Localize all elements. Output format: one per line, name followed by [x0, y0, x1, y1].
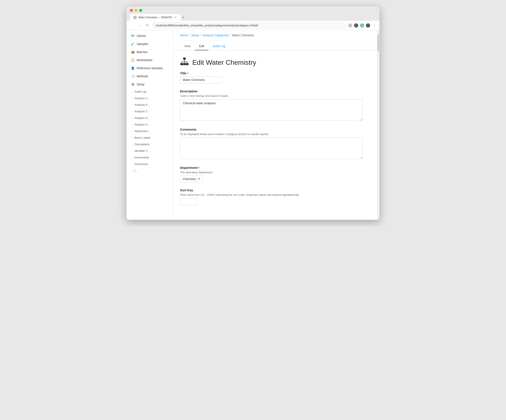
refresh-button[interactable]: ↻ — [145, 22, 150, 28]
breadcrumb-sep-3: / — [230, 34, 231, 37]
title-field: Title • — [180, 71, 373, 83]
sidebar-subitem-analysis-s2[interactable]: › Analysis S... — [126, 121, 173, 128]
sidebar-subitem-attachmen[interactable]: › Attachmen... — [126, 128, 173, 134]
department-field: Department • The laboratory department C… — [180, 166, 373, 183]
hierarchy-icon — [180, 57, 189, 68]
sidebar-label-samples: Samples — [137, 42, 148, 46]
comments-field: Comments To be displayed below each Anal… — [180, 128, 373, 160]
chevron-icon: › — [133, 130, 133, 133]
sort-key-label: Sort Key — [180, 188, 373, 192]
comments-label: Comments — [180, 128, 373, 131]
main-panel: Home / Setup / Analysis Categories / Wat… — [173, 30, 380, 220]
forward-button[interactable]: → — [138, 23, 143, 28]
sidebar-item-clients[interactable]: 🪪 Clients — [126, 32, 173, 40]
title-input[interactable] — [180, 76, 222, 83]
sidebar-subitem-instrument3[interactable]: › I... — [126, 167, 173, 174]
sidebar-item-methods[interactable]: 📑 Methods — [126, 72, 173, 80]
sidebar-label-batches: Batches — [137, 50, 147, 54]
subitem-label: Analysis S... — [134, 116, 150, 120]
url-input[interactable] — [152, 22, 346, 28]
sidebar-subitem-batch-labels[interactable]: › Batch Labels — [126, 134, 173, 141]
extension-icon-1[interactable]: ⬡ — [354, 23, 358, 27]
menu-icon[interactable]: ⋮ — [372, 23, 376, 27]
comments-textarea[interactable] — [180, 137, 363, 159]
chevron-icon: › — [133, 104, 133, 106]
breadcrumb-analysis-categories[interactable]: Analysis Categories — [202, 34, 229, 37]
description-field: Description Used in item listings and se… — [180, 89, 373, 122]
sort-key-hint: Float value from 0.0 - 1000.0 indicating… — [180, 193, 373, 196]
bookmark-icon[interactable]: ☆ — [348, 23, 352, 27]
sidebar-subitem-analysis-s1[interactable]: › Analysis S... — [126, 115, 173, 121]
new-tab-button[interactable]: + — [181, 15, 186, 20]
back-button[interactable]: ← — [130, 23, 135, 28]
sidebar-item-samples[interactable]: 🧪 Samples — [126, 40, 173, 48]
extension-icon-2[interactable]: ↺ — [360, 23, 364, 27]
sidebar-label-reference-samples: Reference Samples — [137, 67, 163, 70]
sort-key-field: Sort Key Float value from 0.0 - 1000.0 i… — [180, 188, 373, 205]
profile-icon[interactable]: 👤 — [366, 23, 370, 27]
sidebar-subitem-identifier-t[interactable]: › Identifier T... — [126, 148, 173, 154]
breadcrumb-setup[interactable]: Setup — [191, 34, 199, 37]
sidebar-subitem-analysis-t[interactable]: › Analysis T... — [126, 108, 173, 115]
page-heading: Edit Water Chemistry — [173, 50, 380, 71]
svg-rect-3 — [186, 63, 188, 65]
sidebar-subitem-instrument2[interactable]: › Instrument... — [126, 161, 173, 167]
worksheets-icon: 📋 — [131, 58, 134, 62]
chevron-icon: › — [133, 163, 133, 165]
chevron-icon: › — [133, 90, 133, 93]
chevron-icon: › — [133, 169, 133, 172]
breadcrumb-sep-1: / — [189, 34, 190, 37]
sidebar-subitem-calculations[interactable]: › Calculations — [126, 141, 173, 148]
tab-close-button[interactable]: ✕ — [174, 16, 177, 19]
tab-audit-log[interactable]: Audit Log — [208, 42, 229, 50]
breadcrumb-sep-2: / — [200, 34, 201, 37]
clients-icon: 🪪 — [131, 34, 134, 38]
department-hint: The laboratory department — [180, 171, 373, 174]
close-button[interactable] — [130, 9, 133, 12]
sidebar-subitem-audit-log[interactable]: › Audit Log — [126, 88, 173, 95]
comments-hint: To be displayed below each Analysis Cate… — [180, 133, 373, 136]
sidebar-item-worksheets[interactable]: 📋 Worksheets — [126, 56, 173, 64]
chevron-icon: › — [133, 110, 133, 113]
subitem-label: I... — [134, 169, 138, 172]
svg-rect-1 — [180, 63, 183, 65]
description-hint: Used in item listings and search results… — [180, 94, 373, 97]
chevron-icon: › — [133, 117, 133, 119]
description-label: Description — [180, 89, 373, 93]
sort-key-input[interactable] — [180, 198, 197, 205]
subitem-label: Calculations — [134, 143, 150, 146]
sidebar-label-clients: Clients — [137, 34, 146, 38]
methods-icon: 📑 — [131, 74, 134, 78]
chevron-icon: › — [133, 136, 133, 139]
tab-title: Water Chemistry — SENAITE — [138, 16, 172, 19]
sidebar-item-reference-samples[interactable]: 👤 Reference Samples — [126, 64, 173, 72]
browser-tab[interactable]: ⬡ Water Chemistry — SENAITE ✕ — [130, 14, 181, 21]
svg-rect-2 — [183, 63, 186, 65]
sidebar-item-setup[interactable]: ⚙️ Setup — [126, 80, 173, 88]
sidebar-label-methods: Methods — [137, 75, 148, 78]
page-tabs: View Edit Audit Log — [173, 41, 380, 50]
maximize-button[interactable] — [139, 9, 142, 12]
department-label: Department • — [180, 166, 373, 169]
address-bar: ← → ↻ ☆ ⬡ ↺ 👤 ⋮ — [126, 21, 380, 30]
sidebar-subitem-instruments[interactable]: › Instruments — [126, 154, 173, 161]
sidebar-item-batches[interactable]: 📦 Batches — [126, 48, 173, 56]
reference-samples-icon: 👤 — [131, 66, 134, 70]
subitem-label: Analysis P... — [134, 103, 149, 106]
breadcrumb-home[interactable]: Home — [180, 34, 188, 37]
setup-icon: ⚙️ — [131, 82, 134, 86]
tab-edit[interactable]: Edit — [195, 42, 208, 50]
sidebar: 🪪 Clients 🧪 Samples 📦 Batches 📋 Workshee… — [126, 30, 173, 220]
scrollbar-thumb[interactable] — [377, 34, 379, 51]
department-select[interactable]: Chemistry Biology Physics — [180, 176, 202, 183]
sidebar-subitem-analysis-p[interactable]: › Analysis P... — [126, 102, 173, 108]
tab-view[interactable]: View — [180, 42, 195, 50]
batches-icon: 📦 — [131, 50, 134, 54]
scrollbar-track — [377, 30, 380, 220]
chevron-icon: › — [133, 156, 133, 159]
sidebar-subitem-analysis-c[interactable]: › Analysis C... — [126, 95, 173, 102]
subitem-label: Analysis C... — [134, 97, 150, 100]
tab-favicon: ⬡ — [133, 16, 137, 19]
minimize-button[interactable] — [134, 9, 138, 12]
description-textarea[interactable]: Chemical water analyses — [180, 99, 363, 121]
